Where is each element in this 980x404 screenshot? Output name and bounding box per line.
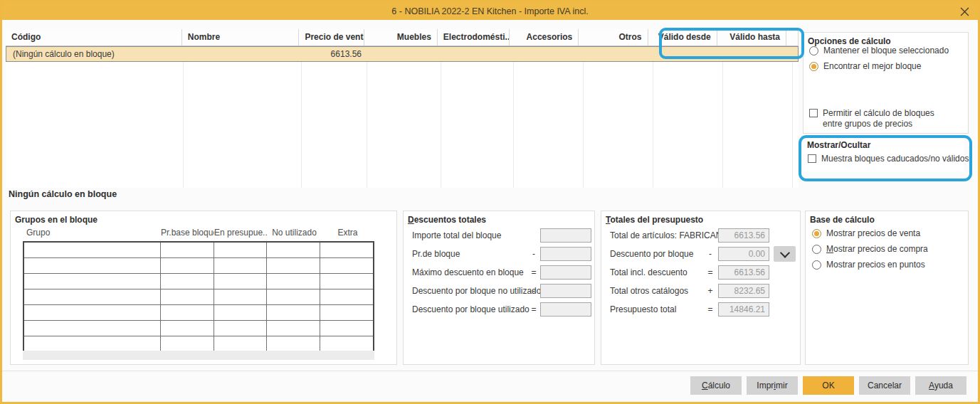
- selected-row-cell-otros: [584, 47, 654, 61]
- options-radio-row[interactable]: Encontrar el mejor bloque: [809, 61, 949, 71]
- total-operator: -: [705, 249, 715, 259]
- total-operator: =: [705, 267, 715, 277]
- groups-table-hscrollbar[interactable]: [23, 351, 374, 360]
- groups-table-cell: [24, 305, 161, 320]
- status-label: Ningún cálculo en bloque: [9, 189, 117, 199]
- discount-value-field: [540, 302, 591, 317]
- discount-operator: =: [529, 267, 539, 277]
- calc-base-radio-row[interactable]: Mostrar precios de compra: [812, 244, 928, 254]
- calc-base-radio-row[interactable]: Mostrar precios en puntos: [812, 260, 928, 270]
- discounts-rows: Importe total del bloquePr.de bloque-Máx…: [404, 228, 594, 320]
- calculo-button[interactable]: Cálculo: [690, 376, 742, 395]
- calc-base-radio[interactable]: [812, 260, 821, 270]
- groups-box-title: Grupos en el bloque: [15, 215, 98, 225]
- groups-table-row: [24, 258, 373, 274]
- groups-table-cell: [320, 289, 373, 304]
- imprimir-button[interactable]: Imprimir: [747, 376, 798, 395]
- block-list-selected-row[interactable]: (Ningún cálculo en bloque)6613.56: [6, 46, 799, 62]
- groups-table-cell: [267, 289, 320, 304]
- groups-table-cell: [214, 336, 267, 351]
- body-column-valido-hasta: [723, 62, 793, 188]
- discount-label: Pr.de bloque: [412, 249, 460, 259]
- options-panel: Opciones de cálculo Mantener el bloque s…: [803, 32, 969, 134]
- calc-base-radio[interactable]: [812, 245, 821, 254]
- checkbox-allow-block-calc-label: Permitir el cálculo de bloques entre gru…: [823, 108, 954, 129]
- options-radio[interactable]: [809, 62, 818, 71]
- checkbox-show-expired[interactable]: [808, 154, 816, 163]
- groups-table-cell: [320, 243, 373, 257]
- column-header-electrodomesticos[interactable]: Electrodomésti...: [438, 29, 510, 46]
- calc-base-box-title: Base de cálculo: [810, 215, 875, 225]
- groups-table-cell: [161, 336, 214, 351]
- x-mark-glyph: [960, 7, 969, 16]
- discount-operator: =: [529, 304, 539, 314]
- dialog-titlebar[interactable]: 6 - NOBILIA 2022-2 EN Kitchen - Importe …: [2, 2, 978, 20]
- calc-base-radio-group: Mostrar precios de ventaMostrar precios …: [812, 228, 928, 275]
- groups-table-cell: [214, 305, 267, 320]
- discount-row: Descuento por bloque utilizado=: [404, 302, 594, 320]
- total-label: Presupuesto total: [610, 304, 676, 314]
- selected-row-cell-valido-desde: [654, 47, 724, 61]
- column-header-valido-hasta[interactable]: Válido hasta: [717, 29, 786, 46]
- discount-value-field: [540, 228, 591, 243]
- checkbox-allow-block-calc-row[interactable]: Permitir el cálculo de bloques entre gru…: [809, 108, 960, 129]
- total-row: Presupuesto total=14846.21: [601, 302, 800, 320]
- discount-row: Importe total del bloque: [404, 228, 594, 246]
- groups-table-cell: [161, 258, 214, 273]
- show-hide-panel: Mostrar/Ocultar Muestra bloques caducado…: [803, 139, 964, 172]
- column-header-accesorios[interactable]: Accesorios: [510, 29, 579, 46]
- column-header-muebles[interactable]: Muebles: [364, 29, 438, 46]
- groups-column-header: Extra: [321, 228, 374, 238]
- column-header-nombre[interactable]: Nombre: [182, 29, 300, 46]
- groups-table-cell: [320, 258, 373, 273]
- groups-box: Grupos en el bloque GrupoPr.base bloqueE…: [10, 211, 397, 365]
- discount-row: Pr.de bloque-: [404, 246, 594, 265]
- options-radio[interactable]: [809, 46, 818, 55]
- body-column-valido-desde: [653, 62, 723, 188]
- block-discount-dropdown-button[interactable]: [774, 246, 796, 262]
- footer-divider: [2, 371, 978, 371]
- ok-button[interactable]: OK: [803, 376, 854, 395]
- total-row: Total otros catálogos+8232.65: [601, 283, 800, 302]
- cancelar-button[interactable]: Cancelar: [859, 376, 910, 395]
- options-radio-label: Mantener el bloque seleccionado: [823, 46, 949, 55]
- selected-row-cell-accesorios: [515, 47, 584, 61]
- groups-table-cell: [267, 336, 320, 351]
- discount-row: Descuento por bloque no utilizado-: [404, 283, 594, 302]
- calc-base-box: Base de cálculo Mostrar precios de venta…: [805, 211, 969, 365]
- groups-table[interactable]: [23, 241, 374, 353]
- discount-operator: -: [529, 249, 539, 259]
- options-radio-group: Mantener el bloque seleccionadoEncontrar…: [809, 46, 949, 77]
- groups-table-header: GrupoPr.base bloqueEn presupue...No util…: [23, 228, 374, 238]
- total-label: Descuento por bloque: [610, 249, 693, 259]
- groups-table-cell: [267, 274, 320, 289]
- totals-box: Totales del presupuesto Total de artícul…: [601, 211, 801, 365]
- calc-base-radio-row[interactable]: Mostrar precios de venta: [812, 228, 928, 238]
- groups-table-cell: [24, 258, 161, 273]
- total-row: Total incl. descuento=6613.56: [601, 265, 800, 283]
- total-label: Total otros catálogos: [610, 286, 688, 296]
- checkbox-allow-block-calc[interactable]: [809, 109, 818, 117]
- groups-table-cell: [320, 321, 373, 336]
- groups-table-row: [24, 243, 373, 258]
- totals-box-title: Totales del presupuesto: [606, 215, 703, 225]
- options-radio-row[interactable]: Mantener el bloque seleccionado: [809, 46, 949, 55]
- checkbox-show-expired-row[interactable]: Muestra bloques caducados/no válidos: [808, 154, 969, 164]
- total-value-field: 0.00: [718, 247, 769, 261]
- column-header-codigo[interactable]: Código: [6, 29, 182, 46]
- block-list-empty-area[interactable]: [6, 62, 799, 188]
- groups-table-row: [24, 289, 373, 305]
- groups-table-cell: [24, 289, 161, 304]
- calc-base-radio[interactable]: [812, 229, 821, 238]
- dialog-title: 6 - NOBILIA 2022-2 EN Kitchen - Importe …: [391, 6, 588, 16]
- calc-base-radio-label: Mostrar precios en puntos: [826, 260, 925, 270]
- total-value-field: 8232.65: [718, 284, 769, 298]
- column-header-valido-desde[interactable]: Válido desde: [648, 29, 717, 46]
- ayuda-button[interactable]: Ayuda: [915, 376, 966, 395]
- body-column-nombre: [184, 62, 302, 188]
- column-header-precio-de-venta[interactable]: Precio de venta: [299, 29, 364, 46]
- discount-value-field: [540, 284, 591, 298]
- close-icon[interactable]: [959, 6, 970, 17]
- column-header-otros[interactable]: Otros: [579, 29, 648, 46]
- discount-operator: -: [529, 286, 539, 296]
